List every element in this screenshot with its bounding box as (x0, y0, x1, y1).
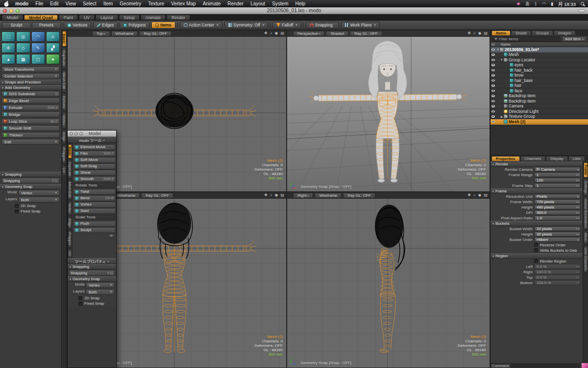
tree-item-backdrop-1[interactable]: Backdrop Item (490, 94, 588, 99)
modeling-tool-icon-2[interactable]: ◎ (16, 31, 30, 42)
side-tab-frame[interactable]: Frame (584, 162, 588, 178)
toolbox-tab-edge[interactable]: Edge (62, 130, 67, 144)
palette-geometry-snap-header[interactable]: Geometry Snap (68, 276, 116, 282)
tool-twist[interactable]: Twist (73, 189, 116, 195)
palette-title-bar[interactable]: Model (68, 131, 116, 137)
viewport-right[interactable]: Right Wireframe Ray GL: OFF ✥⌕◉▤ (287, 192, 490, 368)
write-buckets-checkbox[interactable] (534, 248, 538, 252)
tree-item-hair-back[interactable]: hair_back (490, 68, 588, 73)
modeling-tool-icon-10[interactable]: ▦ (16, 54, 30, 64)
palette-tab-duplicate[interactable]: Duplicate (68, 159, 72, 179)
toolbar-toggle-button[interactable] (578, 9, 585, 12)
palette-snapping-header[interactable]: Snapping (68, 264, 116, 269)
palette-tab-edge[interactable]: Edge (68, 216, 72, 229)
layout-tab-animate[interactable]: Animate (141, 15, 166, 20)
tool-edge-bevel[interactable]: Edge Bevel (1, 98, 60, 104)
visibility-eye-icon[interactable] (490, 84, 496, 87)
modeling-tool-icon-12[interactable]: ● (46, 54, 60, 64)
side-tab-global-illumination[interactable]: Global Illumination (584, 197, 588, 230)
add-geometry-header[interactable]: Add Geometry (0, 85, 61, 90)
toolbox-tab-deform[interactable]: Deform (62, 93, 67, 111)
tab-groups[interactable]: Groups (532, 30, 553, 36)
shading-mode-tab[interactable]: Wireframe (315, 193, 342, 198)
work-plane-dropdown[interactable]: Work Plane (341, 22, 380, 28)
modeling-tool-icon-3[interactable]: ◠ (31, 31, 45, 42)
layout-tab-uv[interactable]: UV (79, 15, 95, 20)
zoom-icon[interactable]: ⌕ (270, 31, 272, 36)
expand-arrow-icon[interactable]: ▶ (500, 115, 504, 118)
menu-select[interactable]: Select (79, 0, 100, 7)
tree-item-backdrop-2[interactable]: Backdrop Item (490, 99, 588, 104)
tool-smooth-shift[interactable]: Smooth Shift (1, 125, 60, 131)
palette-close-button[interactable] (70, 132, 73, 135)
menu-help[interactable]: Help (292, 0, 309, 7)
tree-item-hair-base[interactable]: hair_base (490, 78, 588, 83)
palette-tab-vertex[interactable]: Vertex (68, 201, 72, 215)
tree-item-mesh-2[interactable]: Mesh (2) (490, 119, 588, 125)
floating-tool-palette[interactable]: Model modo ツール Basic Duplicate Mesh Edit… (67, 130, 117, 368)
tool-thicken[interactable]: Thicken (1, 132, 60, 138)
more-transforms-dropdown[interactable]: More Transforms (1, 66, 60, 72)
menu-animate[interactable]: Animate (199, 0, 224, 7)
window-title-bar[interactable]: 20130506_01.lxo - modo (0, 7, 588, 14)
pixel-aspect-ratio-field[interactable]: 1.0 (534, 215, 581, 220)
visibility-eye-icon[interactable] (490, 79, 496, 82)
zoom-icon[interactable]: ⌕ (270, 193, 272, 198)
visibility-eye-icon[interactable] (490, 53, 496, 56)
layout-tab-model-quad[interactable]: Model Quad (24, 15, 58, 20)
viewport-type-tab[interactable]: Right (293, 193, 313, 198)
menu-layout[interactable]: Layout (247, 0, 269, 7)
app-indicator-icon[interactable]: ❖ (516, 1, 520, 6)
raygl-tab[interactable]: Ray GL: OFF (141, 193, 173, 198)
tab-channels[interactable]: Channels (520, 156, 546, 161)
tool-smooth[interactable]: SmoothShift-S (73, 176, 116, 182)
menu-edit[interactable]: Edit (47, 0, 62, 7)
tool-sculpt[interactable]: Sculpt (73, 227, 116, 233)
tree-column-header[interactable]: Name (490, 42, 588, 47)
raygl-tab[interactable]: Ray GL: OFF (343, 193, 375, 198)
palette-snap-layers-dropdown[interactable]: Both (86, 289, 115, 295)
pan-icon[interactable]: ✥ (467, 193, 471, 198)
viewport-menu-icon[interactable]: ▤ (280, 193, 284, 198)
palette-tab-polygon[interactable]: Polygon (68, 230, 72, 247)
menu-texture[interactable]: Texture (145, 0, 168, 7)
tab-shade[interactable]: Shade (511, 30, 531, 36)
modeling-tool-icon-1[interactable]: ⬚ (1, 31, 15, 42)
tree-item-directional-light[interactable]: Directional Light (490, 109, 588, 114)
region-left-field[interactable]: 0.0 % (534, 264, 581, 269)
tree-item-hair[interactable]: hair (490, 83, 588, 89)
sculpt-button[interactable]: Sculpt (2, 22, 31, 28)
edit-dropdown[interactable]: Edit (1, 139, 60, 145)
app-menu[interactable]: modo (12, 0, 32, 7)
tool-shear[interactable]: Shear (73, 170, 116, 176)
center-selected-dropdown[interactable]: Center Selected (1, 73, 60, 79)
visibility-eye-icon[interactable] (490, 95, 496, 97)
snapping-toggle-button[interactable]: SnappingF11 (1, 178, 60, 184)
frame-range-end-field[interactable]: 120 (534, 178, 581, 183)
frame-width-field[interactable]: 720 pixels (534, 199, 581, 204)
toolbox-tab-duplicate[interactable]: Duplicate (62, 48, 67, 69)
menu-bar-clock[interactable]: 月 18:33 (558, 0, 576, 7)
tool-push[interactable]: Push (73, 221, 116, 227)
toolbox-tab-mesh-edit[interactable]: Mesh Edit (62, 70, 67, 92)
action-center-dropdown[interactable]: Action Center (180, 22, 222, 28)
raygl-tab[interactable]: Ray GL: OFF (139, 31, 172, 36)
zoom-icon[interactable]: ⌕ (473, 193, 475, 198)
falloff-dropdown[interactable]: Falloff (272, 22, 301, 28)
modeling-tool-icon-8[interactable]: ▞ (46, 43, 60, 53)
render-section-header[interactable]: Render (490, 161, 582, 167)
region-section-header[interactable]: Region (490, 253, 582, 259)
zoom-icon[interactable]: ⌕ (473, 31, 475, 36)
menu-vertex-map[interactable]: Vertex Map (168, 0, 199, 7)
visibility-eye-icon[interactable] (490, 100, 496, 103)
snapping-button[interactable]: Snapping (306, 22, 339, 28)
palette-tab-basic[interactable]: Basic (68, 144, 72, 158)
visibility-eye-icon[interactable] (490, 105, 496, 107)
tree-item-group-locator[interactable]: ▼Group Locator (490, 57, 588, 63)
tool-bend[interactable]: BendCtrl-B (73, 195, 116, 201)
modeling-tool-icon-5[interactable]: ✣ (1, 43, 15, 53)
render-region-checkbox[interactable] (534, 259, 538, 263)
bucket-order-select[interactable]: Hilbert (534, 237, 581, 242)
menu-system[interactable]: System (269, 0, 292, 7)
toolbox-tab-polygon[interactable]: Polygon (62, 145, 67, 164)
